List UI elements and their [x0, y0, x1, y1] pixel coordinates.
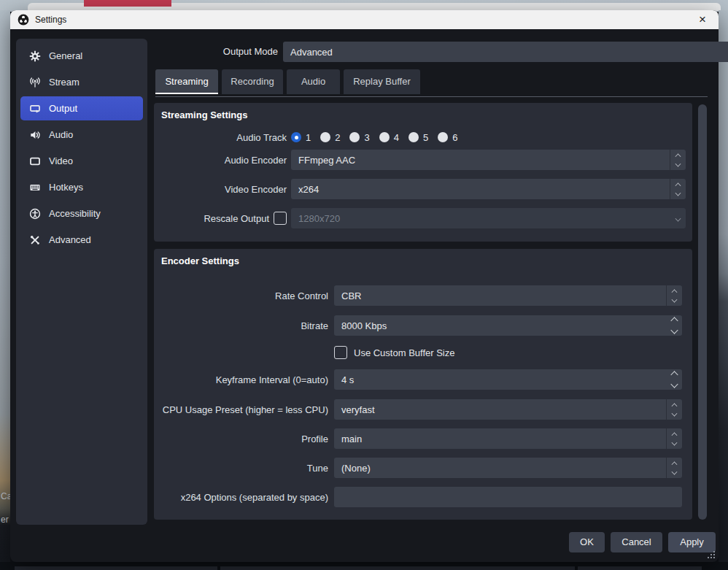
video-encoder-value: x264 [291, 184, 670, 195]
rescale-resolution-select[interactable]: 1280x720 [291, 208, 686, 228]
output-mode-value: Advanced [283, 47, 728, 58]
content-scrollbar[interactable] [698, 104, 707, 520]
cpu-preset-select[interactable]: veryfast [334, 399, 682, 420]
tune-label: Tune [160, 463, 328, 474]
sidebar-item-hotkeys[interactable]: Hotkeys [20, 175, 143, 199]
spinner-arrows-icon[interactable] [666, 369, 682, 390]
sidebar-item-stream[interactable]: Stream [20, 70, 143, 94]
audio-track-2-label: 2 [335, 132, 340, 143]
rescale-output-checkbox[interactable] [274, 212, 287, 225]
keyframe-interval-row: Keyframe Interval (0=auto) 4 s [154, 369, 692, 390]
combo-arrows-icon[interactable] [670, 150, 686, 170]
antenna-icon [29, 77, 41, 88]
audio-track-1-label: 1 [306, 132, 311, 143]
x264-options-label: x264 Options (separated by space) [160, 492, 328, 503]
audio-track-row: Audio Track 1 2 3 4 5 6 [154, 127, 692, 147]
rate-control-row: Rate Control CBR [154, 285, 692, 306]
resize-grip[interactable] [708, 551, 715, 558]
sidebar-item-label: Stream [49, 77, 80, 88]
close-icon[interactable]: × [694, 11, 711, 28]
cpu-preset-value: veryfast [334, 404, 666, 415]
video-encoder-label: Video Encoder [160, 184, 287, 195]
keyframe-interval-label: Keyframe Interval (0=auto) [160, 374, 328, 385]
tab-audio[interactable]: Audio [287, 69, 340, 94]
keyframe-interval-spinner[interactable]: 4 s [334, 369, 682, 390]
gear-icon [29, 50, 41, 62]
keyboard-icon [29, 182, 41, 193]
sidebar-item-label: Audio [49, 129, 73, 140]
audio-track-5-radio[interactable] [408, 132, 419, 142]
audio-track-3-radio[interactable] [349, 132, 360, 142]
combo-arrows-icon[interactable] [666, 428, 682, 449]
audio-track-1-radio[interactable] [291, 132, 301, 142]
desktop-left-strip [0, 10, 10, 570]
profile-select[interactable]: main [334, 428, 682, 449]
streaming-settings-panel: Streaming Settings Audio Track 1 2 3 4 5… [154, 103, 692, 242]
background-red-strip [84, 0, 171, 7]
sidebar-item-label: Hotkeys [49, 182, 83, 193]
audio-track-6-radio[interactable] [438, 132, 448, 142]
desktop-right-strip [719, 10, 728, 570]
audio-track-4-radio[interactable] [379, 132, 390, 142]
custom-buffer-row: Use Custom Buffer Size [154, 345, 692, 360]
output-mode-select[interactable]: Advanced [283, 42, 728, 62]
encoder-settings-panel: Encoder Settings Rate Control CBR Bitrat… [154, 249, 692, 520]
tools-icon [29, 234, 41, 246]
window-title: Settings [35, 15, 66, 25]
rate-control-value: CBR [334, 290, 666, 301]
tab-streaming[interactable]: Streaming [155, 69, 218, 94]
audio-encoder-label: Audio Encoder [160, 155, 287, 166]
sidebar-item-label: Accessibility [49, 208, 101, 219]
sidebar-item-general[interactable]: General [20, 44, 143, 68]
rate-control-select[interactable]: CBR [334, 285, 682, 306]
titlebar[interactable]: Settings × [10, 10, 719, 29]
settings-sidebar: General Stream Output Audio Video [16, 39, 147, 525]
apply-button[interactable]: Apply [668, 532, 716, 552]
video-encoder-row: Video Encoder x264 [154, 179, 692, 199]
sidebar-item-accessibility[interactable]: Accessibility [20, 201, 143, 226]
profile-row: Profile main [154, 428, 692, 449]
spinner-arrows-icon[interactable] [666, 315, 682, 336]
ok-button[interactable]: OK [569, 532, 605, 552]
x264-options-row: x264 Options (separated by space) [154, 487, 692, 507]
bitrate-spinner[interactable]: 8000 Kbps [334, 315, 682, 336]
profile-label: Profile [160, 434, 328, 444]
sidebar-item-video[interactable]: Video [20, 149, 143, 173]
sidebar-item-advanced[interactable]: Advanced [20, 228, 143, 252]
sidebar-item-audio[interactable]: Audio [20, 123, 143, 147]
audio-encoder-value: FFmpeg AAC [291, 155, 670, 166]
bitrate-value: 8000 Kbps [334, 320, 666, 331]
audio-track-5-label: 5 [423, 132, 428, 143]
tabs-divider [155, 96, 708, 97]
sidebar-item-label: Advanced [49, 234, 91, 245]
sidebar-item-label: Output [49, 103, 77, 114]
combo-arrows-icon[interactable] [666, 458, 682, 478]
x264-options-input[interactable] [334, 487, 682, 507]
custom-buffer-checkbox[interactable] [334, 346, 347, 359]
sidebar-item-output[interactable]: Output [20, 96, 143, 120]
cancel-button[interactable]: Cancel [611, 532, 662, 552]
rescale-resolution-value: 1280x720 [291, 213, 670, 224]
combo-arrows-icon[interactable] [666, 399, 682, 420]
audio-track-6-label: 6 [452, 132, 457, 143]
accessibility-icon [29, 208, 41, 220]
tab-recording[interactable]: Recording [222, 69, 283, 94]
background-dock-panel [15, 566, 217, 570]
tab-replay-buffer[interactable]: Replay Buffer [344, 69, 420, 94]
combo-arrows-icon[interactable] [666, 285, 682, 306]
combo-arrows-icon[interactable] [670, 179, 686, 199]
rescale-output-labelbox: Rescale Output [160, 212, 287, 225]
tune-select[interactable]: (None) [334, 458, 682, 478]
background-dock-panel [220, 566, 575, 570]
profile-value: main [334, 434, 666, 444]
audio-track-radios: 1 2 3 4 5 6 [291, 132, 686, 143]
audio-track-2-radio[interactable] [320, 132, 330, 142]
sidebar-item-label: Video [49, 155, 73, 166]
rescale-output-label: Rescale Output [204, 213, 269, 224]
video-encoder-select[interactable]: x264 [291, 179, 686, 199]
rescale-output-row: Rescale Output 1280x720 [154, 208, 692, 228]
audio-encoder-select[interactable]: FFmpeg AAC [291, 150, 686, 170]
rate-control-label: Rate Control [160, 290, 328, 301]
monitor-icon [29, 155, 41, 167]
speaker-icon [29, 129, 41, 141]
